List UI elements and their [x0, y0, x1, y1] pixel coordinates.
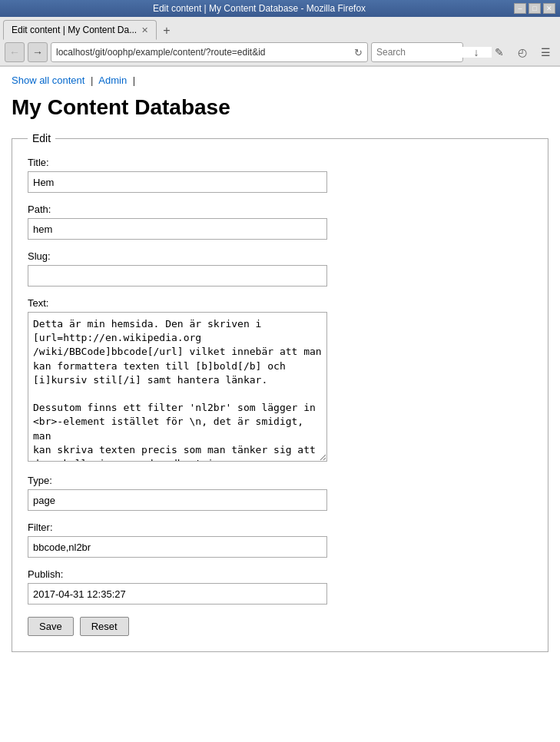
- slug-input[interactable]: [28, 265, 327, 287]
- nav-bar: ← → ↻ ↓ ✎ ◴ ☰: [0, 39, 560, 66]
- edit-form: Edit Title: Path: Slug: Text: Type: Fi: [12, 132, 548, 652]
- form-actions: Save Reset: [28, 617, 532, 636]
- text-group: Text:: [28, 297, 532, 464]
- download-button[interactable]: ↓: [466, 42, 486, 62]
- publish-label: Publish:: [28, 568, 532, 580]
- form-legend: Edit: [28, 132, 55, 144]
- type-label: Type:: [28, 475, 532, 486]
- tab-bar: Edit content | My Content Da... ✕ +: [0, 17, 560, 39]
- page-content: Show all content | Admin | My Content Da…: [0, 67, 560, 742]
- slug-label: Slug:: [28, 250, 532, 262]
- browser-chrome: Edit content | My Content Da... ✕ + ← → …: [0, 17, 560, 67]
- forward-button[interactable]: →: [28, 42, 48, 62]
- camera-button[interactable]: ✎: [489, 42, 509, 62]
- close-button[interactable]: ✕: [543, 3, 555, 14]
- tab-close-button[interactable]: ✕: [141, 25, 148, 35]
- slug-group: Slug:: [28, 250, 532, 287]
- publish-input[interactable]: [28, 583, 327, 605]
- path-group: Path:: [28, 204, 532, 240]
- tab-label: Edit content | My Content Da...: [12, 25, 137, 35]
- separator-1: |: [91, 75, 93, 86]
- refresh-button[interactable]: ↻: [354, 47, 363, 58]
- reset-button[interactable]: Reset: [80, 617, 129, 636]
- address-bar: ↻: [51, 42, 368, 62]
- keyboard-button[interactable]: ◴: [512, 42, 532, 62]
- maximize-button[interactable]: □: [529, 3, 541, 14]
- menu-button[interactable]: ☰: [535, 42, 555, 62]
- type-input[interactable]: [28, 489, 327, 511]
- page-title: My Content Database: [12, 95, 548, 120]
- separator-2: |: [133, 75, 135, 86]
- title-label: Title:: [28, 157, 532, 168]
- admin-link[interactable]: Admin: [98, 75, 127, 86]
- path-label: Path:: [28, 204, 532, 215]
- text-textarea[interactable]: [28, 312, 327, 462]
- active-tab[interactable]: Edit content | My Content Da... ✕: [3, 20, 157, 40]
- filter-input[interactable]: [28, 536, 327, 558]
- type-group: Type:: [28, 475, 532, 511]
- title-group: Title:: [28, 157, 532, 193]
- publish-group: Publish:: [28, 568, 532, 605]
- url-input[interactable]: [56, 47, 351, 58]
- back-button[interactable]: ←: [5, 42, 25, 62]
- path-input[interactable]: [28, 218, 327, 240]
- filter-group: Filter:: [28, 522, 532, 558]
- breadcrumb: Show all content | Admin |: [12, 75, 548, 86]
- title-bar: Edit content | My Content Database - Moz…: [0, 0, 560, 17]
- new-tab-button[interactable]: +: [158, 22, 174, 39]
- show-all-content-link[interactable]: Show all content: [12, 75, 84, 86]
- window-controls[interactable]: – □ ✕: [514, 3, 555, 14]
- title-bar-text: Edit content | My Content Database - Moz…: [5, 3, 514, 14]
- search-box: [371, 42, 463, 62]
- save-button[interactable]: Save: [28, 617, 74, 636]
- text-label: Text:: [28, 297, 532, 309]
- minimize-button[interactable]: –: [514, 3, 526, 14]
- title-input[interactable]: [28, 171, 327, 193]
- filter-label: Filter:: [28, 522, 532, 533]
